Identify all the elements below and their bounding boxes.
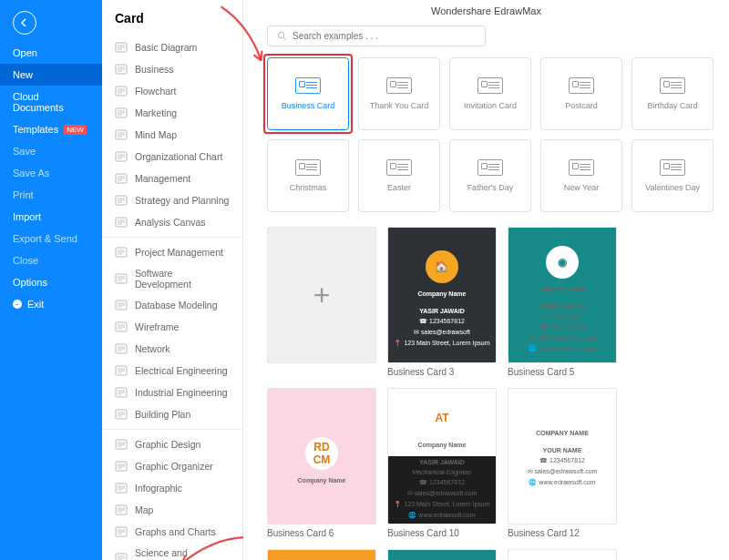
template-business-card-3[interactable]: 🏠Company NameYASIR JAWAID☎ 1234567812✉ s… bbox=[387, 227, 497, 377]
template-business-card-6[interactable]: RD CMCompany NameBusiness Card 6 bbox=[267, 388, 376, 538]
category-item-network[interactable]: Network bbox=[102, 338, 242, 360]
plus-icon: + bbox=[313, 279, 331, 312]
type-card-birthday-card[interactable]: Birthday Card bbox=[631, 57, 714, 130]
type-card-postcard[interactable]: Postcard bbox=[540, 57, 622, 130]
category-column: Card Basic DiagramBusinessFlowchartMarke… bbox=[102, 0, 243, 560]
card-icon bbox=[569, 77, 594, 94]
category-item-flowchart[interactable]: Flowchart bbox=[102, 80, 242, 102]
main-content: Wondershare EdrawMax Business CardThank … bbox=[243, 0, 729, 560]
type-card-business-card[interactable]: Business Card bbox=[267, 57, 349, 130]
category-item-project-management[interactable]: Project Management bbox=[102, 241, 242, 263]
svg-point-24 bbox=[278, 32, 283, 37]
template-label: Business Card 6 bbox=[267, 524, 376, 538]
sidebar-item-options[interactable]: Options bbox=[0, 271, 102, 293]
type-card-thank-you-card[interactable]: Thank You Card bbox=[358, 57, 440, 130]
template-label: Business Card 5 bbox=[508, 363, 617, 377]
file-menu-sidebar: OpenNewCloud DocumentsTemplatesNEWSaveSa… bbox=[0, 0, 102, 560]
category-item-wireframe[interactable]: Wireframe bbox=[102, 316, 242, 338]
sidebar-item-templates[interactable]: TemplatesNEW bbox=[0, 118, 102, 140]
template-grid: +🏠Company NameYASIR JAWAID☎ 1234567812✉ … bbox=[267, 227, 729, 560]
type-card-new-year[interactable]: New Year bbox=[540, 139, 622, 212]
card-icon bbox=[477, 77, 503, 94]
category-item-industrial-engineering[interactable]: Industrial Engineering bbox=[102, 382, 242, 403]
back-button[interactable] bbox=[13, 11, 36, 35]
card-icon bbox=[660, 159, 685, 176]
template-label: Business Card 12 bbox=[508, 524, 617, 538]
template-business-card-14[interactable]: ◉COMPANY NAMEBusiness Card 14 bbox=[387, 549, 497, 560]
category-title: Card bbox=[102, 0, 242, 33]
category-item-management[interactable]: Management bbox=[102, 168, 242, 189]
category-item-organizational-chart[interactable]: Organizational Chart bbox=[102, 146, 242, 168]
template-business-card-13[interactable]: Company NameBusiness Card 13 bbox=[267, 549, 376, 560]
template-business-card-5[interactable]: ◉Company NameYASIR JAWAIDPhotographer☎ 1… bbox=[508, 227, 617, 377]
card-icon bbox=[386, 159, 412, 176]
category-item-marketing[interactable]: Marketing bbox=[102, 102, 242, 124]
card-icon bbox=[569, 159, 594, 176]
category-item-business[interactable]: Business bbox=[102, 58, 242, 80]
type-card-father's-day[interactable]: Father's Day bbox=[449, 139, 531, 212]
category-item-electrical-engineering[interactable]: Electrical Engineering bbox=[102, 360, 242, 382]
sidebar-item-open[interactable]: Open bbox=[0, 42, 102, 64]
category-item-analysis-canvas[interactable]: Analysis Canvas bbox=[102, 211, 242, 233]
svg-rect-22 bbox=[116, 554, 127, 560]
category-item-science-and-education[interactable]: Science and Education bbox=[102, 543, 242, 560]
sidebar-item-exit[interactable]: −Exit bbox=[0, 293, 102, 315]
sidebar-item-import[interactable]: Import bbox=[0, 206, 102, 228]
card-icon bbox=[295, 77, 321, 94]
template-blank[interactable]: Business Name bbox=[508, 549, 617, 560]
template-label: Business Card 10 bbox=[387, 524, 497, 538]
sidebar-item-save-as[interactable]: Save As bbox=[0, 162, 102, 184]
card-icon bbox=[660, 77, 685, 94]
template-blank[interactable]: + bbox=[267, 227, 376, 377]
type-card-christmas[interactable]: Christmas bbox=[267, 139, 349, 212]
search-icon bbox=[277, 31, 287, 41]
type-card-valentines-day[interactable]: Valentines Day bbox=[631, 139, 714, 212]
new-badge: NEW bbox=[64, 125, 87, 135]
sidebar-item-new[interactable]: New bbox=[0, 64, 102, 86]
sidebar-item-export-&-send[interactable]: Export & Send bbox=[0, 228, 102, 249]
app-title: Wondershare EdrawMax bbox=[243, 0, 729, 22]
category-item-building-plan[interactable]: Building Plan bbox=[102, 403, 242, 425]
category-item-strategy-and-planning[interactable]: Strategy and Planning bbox=[102, 189, 242, 211]
template-label: Business Card 3 bbox=[387, 363, 497, 377]
template-business-card-12[interactable]: COMPANY NAMEYOUR NAME☎ 1234567812✉ sales… bbox=[508, 388, 617, 538]
search-input[interactable] bbox=[293, 31, 476, 41]
search-box[interactable] bbox=[267, 25, 486, 46]
category-item-map[interactable]: Map bbox=[102, 499, 242, 521]
sidebar-item-save[interactable]: Save bbox=[0, 140, 102, 162]
category-item-database-modeling[interactable]: Database Modeling bbox=[102, 294, 242, 316]
category-item-graphic-organizer[interactable]: Graphic Organizer bbox=[102, 455, 242, 477]
card-icon bbox=[295, 159, 321, 176]
card-type-grid: Business CardThank You CardInvitation Ca… bbox=[267, 57, 729, 212]
template-business-card-10[interactable]: ATCompany NameYASIR JAWAIDMechanical Eng… bbox=[387, 388, 497, 538]
card-icon bbox=[477, 159, 503, 176]
category-item-graphs-and-charts[interactable]: Graphs and Charts bbox=[102, 521, 242, 543]
sidebar-item-close[interactable]: Close bbox=[0, 249, 102, 271]
type-card-easter[interactable]: Easter bbox=[358, 139, 440, 212]
type-card-invitation-card[interactable]: Invitation Card bbox=[449, 57, 531, 130]
sidebar-item-cloud-documents[interactable]: Cloud Documents bbox=[0, 86, 102, 118]
category-item-graphic-design[interactable]: Graphic Design bbox=[102, 433, 242, 455]
category-item-basic-diagram[interactable]: Basic Diagram bbox=[102, 36, 242, 58]
sidebar-item-print[interactable]: Print bbox=[0, 184, 102, 206]
category-item-mind-map[interactable]: Mind Map bbox=[102, 124, 242, 146]
card-icon bbox=[386, 77, 412, 94]
category-item-software-development[interactable]: Software Development bbox=[102, 263, 242, 294]
category-item-infographic[interactable]: Infographic bbox=[102, 477, 242, 499]
